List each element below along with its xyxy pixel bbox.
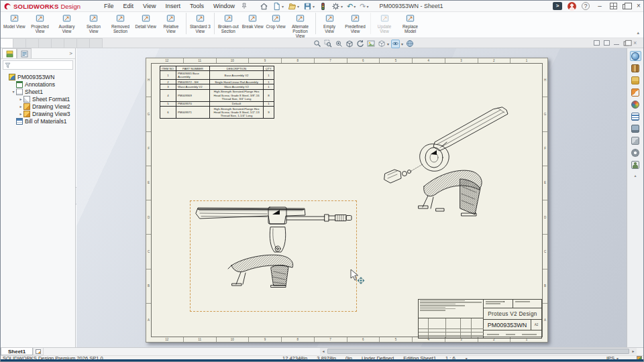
ribbon-button[interactable]: Update View: [370, 13, 397, 34]
home-button[interactable]: [258, 1, 270, 11]
tree-item[interactable]: Annotations: [1, 80, 75, 88]
share-tab[interactable]: [630, 160, 641, 170]
menu-item[interactable]: Edit: [119, 1, 139, 12]
zoom-fit-icon[interactable]: [313, 40, 321, 48]
resources-tab[interactable]: [630, 51, 641, 61]
sheet-tab-active[interactable]: Sheet1: [1, 348, 33, 355]
drawing-sheet[interactable]: 121110987654321 121110987654321 HGFEDCBA…: [146, 58, 548, 343]
doc-window-icon[interactable]: [594, 40, 600, 46]
open-document-button[interactable]: ▾: [286, 1, 301, 11]
ribbon-button[interactable]: Replace Model: [397, 13, 424, 34]
command-tab[interactable]: [51, 38, 64, 48]
command-tab[interactable]: [64, 38, 77, 48]
caret-down-icon[interactable]: ▾: [354, 4, 356, 9]
ribbon-button[interactable]: Projected View: [26, 13, 53, 34]
ribbon-button[interactable]: Detail View: [133, 13, 157, 29]
3d-content-tab[interactable]: [630, 135, 641, 145]
scroll-right-icon[interactable]: ▸: [630, 348, 637, 355]
tree-expander-icon[interactable]: ▸: [18, 97, 23, 101]
menu-item[interactable]: Window: [209, 1, 239, 12]
caret-down-icon[interactable]: ▾: [366, 4, 368, 9]
taskpane-collapse-icon[interactable]: ▴: [634, 173, 636, 178]
file-explorer-tab[interactable]: [630, 75, 641, 85]
caret-down-icon[interactable]: ▾: [401, 42, 403, 46]
custom-properties-tab[interactable]: [630, 111, 641, 121]
tree-item[interactable]: Bill of Materials1: [1, 117, 75, 125]
ribbon-button[interactable]: Standard 3 View: [186, 13, 213, 34]
command-tab[interactable]: [89, 38, 103, 48]
doc-restore-button[interactable]: [624, 42, 629, 46]
tree-root[interactable]: PM009353WN: [1, 73, 75, 80]
command-tab[interactable]: [76, 38, 90, 48]
zoom-selection-icon[interactable]: [334, 40, 343, 48]
view-settings-icon[interactable]: [405, 40, 414, 48]
tree-item[interactable]: ▸ Sheet Format1: [1, 95, 75, 103]
layout-grid-icon[interactable]: [610, 3, 617, 9]
doc-window-icon[interactable]: [604, 40, 610, 46]
caret-down-icon[interactable]: ▾: [282, 4, 284, 9]
pin-icon[interactable]: [241, 3, 248, 9]
command-tab[interactable]: [0, 38, 13, 48]
featuremanager-tree-tab[interactable]: [2, 48, 17, 58]
restore-button[interactable]: [623, 4, 629, 9]
design-library-tab[interactable]: [630, 63, 641, 73]
display-style-icon[interactable]: [377, 40, 386, 48]
tree-item[interactable]: ▾ Sheet1: [1, 88, 75, 95]
user-avatar[interactable]: [568, 2, 576, 11]
scroll-left-icon[interactable]: ◂: [320, 348, 327, 355]
redo-button[interactable]: ↷ ▾: [358, 1, 370, 11]
apply-scene-icon[interactable]: [366, 40, 375, 48]
caret-down-icon[interactable]: ▾: [313, 4, 315, 9]
ribbon-button[interactable]: Auxiliary View: [53, 13, 80, 34]
ribbon-button[interactable]: Relative View: [158, 13, 184, 34]
tree-item[interactable]: ▸ Drawing View3: [1, 110, 75, 117]
ribbon-button[interactable]: Empty View: [315, 13, 342, 34]
panel-expand-icon[interactable]: >: [69, 49, 72, 58]
ribbon-collapse-icon[interactable]: ▴: [637, 30, 639, 36]
menu-item[interactable]: Insert: [160, 1, 185, 12]
doc-minimize-button[interactable]: [614, 44, 619, 45]
ribbon-button[interactable]: Broken-out Section: [214, 13, 241, 34]
save-button[interactable]: ▾: [302, 1, 316, 11]
ribbon-button[interactable]: Model View: [2, 13, 26, 29]
command-tab[interactable]: [38, 38, 52, 48]
tree-expander-icon[interactable]: ▾: [11, 89, 16, 94]
caret-down-icon[interactable]: ▾: [341, 4, 343, 9]
ribbon-button[interactable]: Break View: [241, 13, 265, 29]
scrollbar-thumb[interactable]: [327, 349, 629, 354]
close-button[interactable]: ×: [634, 1, 643, 11]
minimize-button[interactable]: –: [595, 1, 604, 11]
horizontal-scrollbar[interactable]: ◂ ▸: [320, 348, 637, 355]
command-tab[interactable]: [13, 38, 26, 48]
search-console-icon[interactable]: >: [553, 2, 562, 10]
caret-down-icon[interactable]: ▾: [387, 42, 389, 46]
doc-close-button[interactable]: ×: [633, 40, 637, 46]
add-sheet-button[interactable]: [33, 348, 44, 355]
rotate-view-icon[interactable]: [356, 40, 364, 48]
tree-expander-icon[interactable]: ▸: [18, 104, 23, 109]
ribbon-button[interactable]: Removed Section: [107, 13, 133, 34]
menu-item[interactable]: Tools: [185, 1, 209, 12]
menu-item[interactable]: View: [138, 1, 160, 12]
hide-show-items-icon[interactable]: [391, 40, 400, 48]
tree-expander-icon[interactable]: ▸: [18, 111, 23, 116]
tree-item[interactable]: ▸ Drawing View2: [1, 103, 75, 110]
undo-button[interactable]: ↶ ▾: [345, 1, 357, 11]
view-palette-tab[interactable]: [630, 87, 641, 97]
appearances-tab[interactable]: [630, 99, 641, 109]
new-document-button[interactable]: ▾: [271, 1, 285, 11]
settings-tab[interactable]: [630, 147, 641, 158]
ribbon-button[interactable]: Crop View: [265, 13, 287, 29]
forum-tab[interactable]: [630, 123, 641, 133]
rebuild-button[interactable]: [317, 1, 329, 11]
zoom-area-icon[interactable]: [323, 40, 332, 48]
menu-item[interactable]: File: [99, 1, 119, 12]
ribbon-button[interactable]: Predefined View: [342, 13, 369, 34]
view-orientation-icon[interactable]: [345, 40, 354, 48]
options-button[interactable]: ▾: [330, 1, 344, 11]
ribbon-button[interactable]: Alternate Position View: [287, 13, 314, 40]
caret-down-icon[interactable]: ▾: [297, 4, 299, 9]
ribbon-button[interactable]: Section View: [80, 13, 107, 34]
command-tab[interactable]: [25, 38, 39, 48]
help-icon[interactable]: ?: [582, 2, 590, 10]
